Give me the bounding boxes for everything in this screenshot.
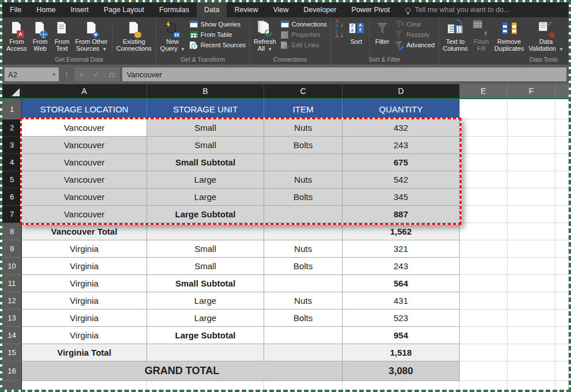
- cell-d16[interactable]: 3,080: [343, 361, 460, 381]
- cell-c12[interactable]: Nuts: [264, 292, 343, 310]
- cell-empty[interactable]: [555, 171, 569, 189]
- from-web-button[interactable]: FromWeb: [29, 18, 51, 52]
- cell-c8[interactable]: [264, 223, 343, 240]
- sort-button[interactable]: ZAAZSort: [345, 18, 367, 45]
- cell-empty[interactable]: [555, 310, 569, 327]
- cell-d7[interactable]: 887: [343, 206, 460, 223]
- cell-c5[interactable]: Nuts: [264, 171, 343, 189]
- cell-empty[interactable]: [147, 381, 264, 390]
- cell-empty[interactable]: [555, 223, 569, 240]
- cell-d14[interactable]: 954: [343, 327, 460, 344]
- cell-c15[interactable]: [264, 344, 343, 361]
- cell-d3[interactable]: 243: [343, 137, 460, 154]
- name-box[interactable]: A2 ▾: [5, 67, 59, 81]
- cell-empty[interactable]: [460, 361, 508, 381]
- row-header-15[interactable]: 15: [2, 344, 22, 361]
- cell-empty[interactable]: [460, 344, 508, 361]
- cell-empty[interactable]: [508, 292, 555, 310]
- tab-view[interactable]: View: [265, 2, 296, 17]
- cell-b5[interactable]: Large: [147, 171, 264, 189]
- tab-page-layout[interactable]: Page Layout: [96, 2, 152, 17]
- cell-b6[interactable]: Large: [147, 189, 264, 206]
- cell-empty[interactable]: [508, 310, 555, 327]
- cell-empty[interactable]: [460, 99, 508, 119]
- cell-d4[interactable]: 675: [343, 154, 460, 171]
- cell-empty[interactable]: [508, 154, 555, 171]
- cell-b10[interactable]: Small: [147, 258, 264, 275]
- cell-empty[interactable]: [508, 381, 555, 390]
- cell-a4[interactable]: Vancouver: [22, 154, 147, 171]
- text-to-columns-button[interactable]: Text toColumns: [441, 18, 470, 52]
- from-table-button[interactable]: From Table: [187, 29, 247, 40]
- cell-c4[interactable]: [264, 154, 343, 171]
- cell-a8[interactable]: Vancouver Total: [22, 223, 147, 240]
- cell-empty[interactable]: [555, 206, 569, 223]
- cell-a11[interactable]: Virginia: [22, 275, 147, 292]
- cell-empty[interactable]: [460, 258, 508, 275]
- cell-a9[interactable]: Virginia: [22, 240, 147, 258]
- cell-empty[interactable]: [508, 223, 555, 240]
- row-header-4[interactable]: 4: [2, 154, 22, 171]
- cell-d2[interactable]: 432: [343, 119, 460, 137]
- cell-empty[interactable]: [508, 99, 555, 119]
- cell-a10[interactable]: Virginia: [22, 258, 147, 275]
- row-header-10[interactable]: 10: [2, 258, 22, 275]
- tab-developer[interactable]: Developer: [296, 2, 344, 17]
- cell-empty[interactable]: [555, 154, 569, 171]
- cell-a5[interactable]: Vancouver: [22, 171, 147, 189]
- cell-a12[interactable]: Virginia: [22, 292, 147, 310]
- filter-button[interactable]: Filter: [371, 18, 393, 45]
- cell-b14[interactable]: Large Subtotal: [147, 327, 264, 344]
- tab-insert[interactable]: Insert: [63, 2, 96, 17]
- cell-b11[interactable]: Small Subtotal: [147, 275, 264, 292]
- cell-d15[interactable]: 1,518: [343, 344, 460, 361]
- cell-empty[interactable]: [508, 258, 555, 275]
- existing-connections-button[interactable]: ExistingConnections: [114, 18, 154, 52]
- cell-c14[interactable]: [264, 327, 343, 344]
- tab-power-pivot[interactable]: Power Pivot: [344, 2, 397, 17]
- cell-a2[interactable]: Vancouver: [22, 119, 147, 137]
- sort-ascending-button[interactable]: AZ↓: [333, 19, 345, 29]
- cell-d5[interactable]: 542: [343, 171, 460, 189]
- consolidate-button[interactable]: →Consolidate: [566, 18, 569, 45]
- cell-d10[interactable]: 243: [343, 258, 460, 275]
- cell-empty[interactable]: [343, 381, 460, 390]
- cell-empty[interactable]: [508, 137, 555, 154]
- cell-a3[interactable]: Vancouver: [22, 137, 147, 154]
- cell-d11[interactable]: 564: [343, 275, 460, 292]
- select-all-corner[interactable]: [2, 84, 22, 98]
- cell-a1[interactable]: STORAGE LOCATION: [22, 99, 147, 119]
- cell-empty[interactable]: [508, 327, 555, 344]
- row-header-14[interactable]: 14: [2, 327, 22, 344]
- cell-empty[interactable]: [508, 171, 555, 189]
- row-header-5[interactable]: 5: [2, 171, 22, 189]
- cell-empty[interactable]: [508, 240, 555, 258]
- cell-empty[interactable]: [460, 171, 508, 189]
- column-header-d[interactable]: D: [343, 84, 460, 98]
- cell-a16-merged[interactable]: GRAND TOTAL: [22, 361, 343, 381]
- cell-b1[interactable]: STORAGE UNIT: [147, 99, 264, 119]
- cell-empty[interactable]: [460, 381, 508, 390]
- cell-empty[interactable]: [555, 189, 569, 206]
- cell-empty[interactable]: [555, 292, 569, 310]
- cell-a13[interactable]: Virginia: [22, 310, 147, 327]
- cell-b4[interactable]: Small Subtotal: [147, 154, 264, 171]
- cell-empty[interactable]: [555, 119, 569, 137]
- cell-c1[interactable]: ITEM: [264, 99, 343, 119]
- cell-d8[interactable]: 1,562: [343, 223, 460, 240]
- name-box-caret-icon[interactable]: ▾: [52, 71, 55, 77]
- row-header-3[interactable]: 3: [2, 137, 22, 154]
- cell-empty[interactable]: [460, 154, 508, 171]
- cell-a6[interactable]: Vancouver: [22, 189, 147, 206]
- tab-home[interactable]: Home: [29, 2, 63, 17]
- cell-empty[interactable]: [555, 381, 569, 390]
- row-header-9[interactable]: 9: [2, 240, 22, 258]
- column-header-a[interactable]: A: [22, 84, 147, 98]
- tab-file[interactable]: File: [2, 2, 29, 17]
- cell-empty[interactable]: [508, 361, 555, 381]
- formula-input[interactable]: Vancouver: [122, 67, 566, 81]
- cell-empty[interactable]: [555, 275, 569, 292]
- cell-empty[interactable]: [555, 137, 569, 154]
- recent-sources-button[interactable]: Recent Sources: [187, 40, 247, 50]
- cell-empty[interactable]: [555, 327, 569, 344]
